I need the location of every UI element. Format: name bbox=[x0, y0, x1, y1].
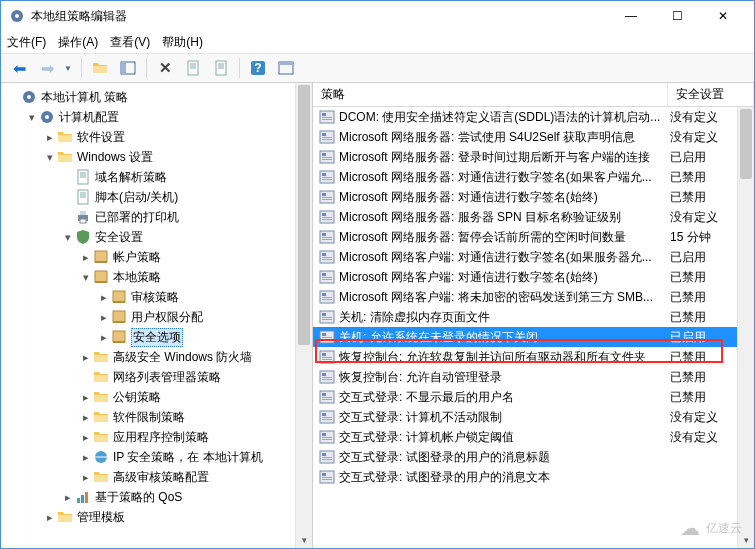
tree-node[interactable]: ▸软件限制策略 bbox=[1, 407, 312, 427]
tree-twisty[interactable]: ▸ bbox=[79, 391, 93, 404]
tree-node[interactable]: 本地计算机 策略 bbox=[1, 87, 312, 107]
policy-row[interactable]: Microsoft 网络服务器: 暂停会话前所需的空闲时间数量15 分钟 bbox=[313, 227, 754, 247]
tree-node[interactable]: ▸应用程序控制策略 bbox=[1, 427, 312, 447]
tree-node[interactable]: 脚本(启动/关机) bbox=[1, 187, 312, 207]
tree-label: 脚本(启动/关机) bbox=[95, 189, 178, 206]
tree-label: Windows 设置 bbox=[77, 149, 153, 166]
policy-row[interactable]: 关机: 清除虚拟内存页面文件已禁用 bbox=[313, 307, 754, 327]
tree-twisty[interactable]: ▸ bbox=[79, 471, 93, 484]
separator bbox=[239, 58, 240, 78]
policy-row[interactable]: Microsoft 网络服务器: 尝试使用 S4U2Self 获取声明信息没有定… bbox=[313, 127, 754, 147]
refresh-button[interactable] bbox=[274, 56, 298, 80]
policy-row[interactable]: 交互式登录: 试图登录的用户的消息标题 bbox=[313, 447, 754, 467]
policy-row[interactable]: 交互式登录: 计算机帐户锁定阈值没有定义 bbox=[313, 427, 754, 447]
show-hide-tree[interactable] bbox=[116, 56, 140, 80]
tree-node[interactable]: ▸高级审核策略配置 bbox=[1, 467, 312, 487]
tree-twisty[interactable]: ▾ bbox=[61, 231, 75, 244]
tree-node[interactable]: ▸IP 安全策略，在 本地计算机 bbox=[1, 447, 312, 467]
tree-twisty[interactable]: ▸ bbox=[79, 351, 93, 364]
policy-row[interactable]: Microsoft 网络客户端: 对通信进行数字签名(始终)已禁用 bbox=[313, 267, 754, 287]
tree-node[interactable]: ▸软件设置 bbox=[1, 127, 312, 147]
tree-node[interactable]: ▸公钥策略 bbox=[1, 387, 312, 407]
policy-icon bbox=[319, 229, 335, 245]
history-dropdown[interactable]: ▼ bbox=[63, 56, 75, 80]
tree-twisty[interactable]: ▾ bbox=[79, 271, 93, 284]
menu-help[interactable]: 帮助(H) bbox=[162, 34, 203, 51]
tree-node[interactable]: ▾计算机配置 bbox=[1, 107, 312, 127]
tree-node[interactable]: ▸帐户策略 bbox=[1, 247, 312, 267]
tree-node[interactable]: 网络列表管理器策略 bbox=[1, 367, 312, 387]
tree-node[interactable]: ▸审核策略 bbox=[1, 287, 312, 307]
help-button[interactable]: ? bbox=[246, 56, 270, 80]
policy-row[interactable]: DCOM: 使用安全描述符定义语言(SDDL)语法的计算机启动...没有定义 bbox=[313, 107, 754, 127]
tree-label: 网络列表管理器策略 bbox=[113, 369, 221, 386]
policy-row[interactable]: Microsoft 网络客户端: 将未加密的密码发送到第三方 SMB...已禁用 bbox=[313, 287, 754, 307]
tree-node[interactable]: ▸管理模板 bbox=[1, 507, 312, 527]
policy-row[interactable]: Microsoft 网络服务器: 对通信进行数字签名(始终)已禁用 bbox=[313, 187, 754, 207]
watermark: ☁ 亿速云 bbox=[680, 516, 742, 540]
tree-node[interactable]: 域名解析策略 bbox=[1, 167, 312, 187]
tree-label: 用户权限分配 bbox=[131, 309, 203, 326]
tree-twisty[interactable]: ▸ bbox=[43, 511, 57, 524]
policy-row[interactable]: Microsoft 网络客户端: 对通信进行数字签名(如果服务器允...已启用 bbox=[313, 247, 754, 267]
export-button[interactable] bbox=[181, 56, 205, 80]
policy-icon bbox=[319, 349, 335, 365]
policy-label: Microsoft 网络服务器: 对通信进行数字签名(如果客户端允... bbox=[339, 169, 670, 186]
menu-view[interactable]: 查看(V) bbox=[110, 34, 150, 51]
tree-scrollbar[interactable]: ▴▾ bbox=[295, 83, 312, 548]
menu-file[interactable]: 文件(F) bbox=[7, 34, 46, 51]
tree-node[interactable]: ▾Windows 设置 bbox=[1, 147, 312, 167]
ie-icon bbox=[93, 449, 109, 465]
tree-node[interactable]: ▸安全选项 bbox=[1, 327, 312, 347]
policy-row[interactable]: 恢复控制台: 允许自动管理登录已禁用 bbox=[313, 367, 754, 387]
page-icon bbox=[75, 169, 91, 185]
column-policy[interactable]: 策略 bbox=[313, 83, 668, 106]
policy-row[interactable]: 关机: 允许系统在未登录的情况下关闭已启用 bbox=[313, 327, 754, 347]
tree-twisty[interactable]: ▸ bbox=[43, 131, 57, 144]
tree-twisty[interactable]: ▸ bbox=[97, 311, 111, 324]
back-button[interactable]: ⬅ bbox=[7, 56, 31, 80]
policy-row[interactable]: Microsoft 网络服务器: 对通信进行数字签名(如果客户端允...已禁用 bbox=[313, 167, 754, 187]
close-button[interactable]: ✕ bbox=[700, 1, 746, 31]
policy-row[interactable]: Microsoft 网络服务器: 服务器 SPN 目标名称验证级别没有定义 bbox=[313, 207, 754, 227]
tree-twisty[interactable]: ▾ bbox=[25, 111, 39, 124]
minimize-button[interactable]: — bbox=[608, 1, 654, 31]
svg-rect-21 bbox=[279, 62, 293, 65]
forward-button[interactable]: ➡ bbox=[35, 56, 59, 80]
column-setting[interactable]: 安全设置 bbox=[668, 83, 754, 106]
properties-button[interactable] bbox=[209, 56, 233, 80]
policy-icon bbox=[319, 429, 335, 445]
tree-label: 计算机配置 bbox=[59, 109, 119, 126]
tree-twisty[interactable]: ▸ bbox=[97, 291, 111, 304]
policy-row[interactable]: 交互式登录: 计算机不活动限制没有定义 bbox=[313, 407, 754, 427]
policy-label: 关机: 允许系统在未登录的情况下关闭 bbox=[339, 329, 670, 346]
tree-node[interactable]: ▸基于策略的 QoS bbox=[1, 487, 312, 507]
folder-icon bbox=[93, 369, 109, 385]
tree-twisty[interactable]: ▸ bbox=[79, 451, 93, 464]
tree-twisty[interactable]: ▾ bbox=[43, 151, 57, 164]
policy-row[interactable]: Microsoft 网络服务器: 登录时间过期后断开与客户端的连接已启用 bbox=[313, 147, 754, 167]
policy-row[interactable]: 交互式登录: 不显示最后的用户名已禁用 bbox=[313, 387, 754, 407]
tree-node[interactable]: ▸用户权限分配 bbox=[1, 307, 312, 327]
list-scrollbar[interactable]: ▴▾ bbox=[737, 107, 754, 548]
tree-node[interactable]: ▸高级安全 Windows 防火墙 bbox=[1, 347, 312, 367]
menu-action[interactable]: 操作(A) bbox=[58, 34, 98, 51]
policy-row[interactable]: 交互式登录: 试图登录的用户的消息文本 bbox=[313, 467, 754, 487]
delete-button[interactable]: ✕ bbox=[153, 56, 177, 80]
up-button[interactable] bbox=[88, 56, 112, 80]
content: 本地计算机 策略▾计算机配置▸软件设置▾Windows 设置域名解析策略脚本(启… bbox=[1, 83, 754, 548]
tree-node[interactable]: 已部署的打印机 bbox=[1, 207, 312, 227]
maximize-button[interactable]: ☐ bbox=[654, 1, 700, 31]
tree-node[interactable]: ▾安全设置 bbox=[1, 227, 312, 247]
policy-row[interactable]: 恢复控制台: 允许软盘复制并访问所有驱动器和所有文件夹已禁用 bbox=[313, 347, 754, 367]
tree-twisty[interactable]: ▸ bbox=[79, 431, 93, 444]
tree-node[interactable]: ▾本地策略 bbox=[1, 267, 312, 287]
policy-label: Microsoft 网络服务器: 暂停会话前所需的空闲时间数量 bbox=[339, 229, 670, 246]
svg-text:?: ? bbox=[254, 61, 261, 75]
tree-twisty[interactable]: ▸ bbox=[97, 331, 111, 344]
tree-twisty[interactable]: ▸ bbox=[61, 491, 75, 504]
tree-twisty[interactable]: ▸ bbox=[79, 251, 93, 264]
tree-twisty[interactable]: ▸ bbox=[79, 411, 93, 424]
watermark-icon: ☁ bbox=[680, 516, 700, 540]
tree-label: 应用程序控制策略 bbox=[113, 429, 209, 446]
